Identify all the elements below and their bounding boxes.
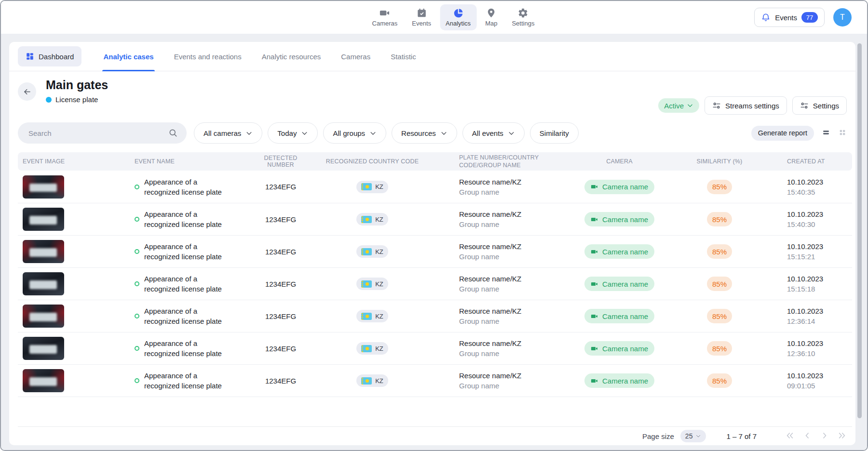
map-pin-icon bbox=[486, 8, 497, 18]
video-camera-icon bbox=[591, 313, 598, 320]
chevron-down-icon bbox=[245, 130, 253, 137]
created-at-cell: 10.10.2023 15:15:21 bbox=[758, 241, 847, 262]
similarity-cell: 85% bbox=[681, 277, 758, 291]
video-camera-icon bbox=[591, 248, 598, 255]
tab-events-and-reactions[interactable]: Events and reactions bbox=[173, 42, 243, 71]
table-row[interactable]: Appearance of a recognized license plate… bbox=[18, 332, 852, 364]
column-header-camera: CAMERA bbox=[558, 158, 681, 165]
similarity-cell: 85% bbox=[681, 244, 758, 259]
search-icon bbox=[168, 128, 178, 138]
filter-all-groups[interactable]: All groups bbox=[323, 122, 386, 144]
filter-all-events[interactable]: All events bbox=[462, 122, 525, 144]
table-row[interactable]: Appearance of a recognized license plate… bbox=[18, 171, 852, 203]
video-camera-icon bbox=[380, 8, 390, 18]
vertical-scrollbar[interactable] bbox=[857, 43, 862, 418]
license-plate-thumbnail[interactable] bbox=[23, 175, 64, 199]
filter-label: All events bbox=[472, 129, 503, 137]
filter-similarity[interactable]: Similarity bbox=[530, 122, 579, 144]
nav-item-events[interactable]: Events bbox=[406, 4, 437, 30]
settings-button[interactable]: Settings bbox=[792, 96, 847, 115]
event-status-ring-icon bbox=[135, 314, 139, 318]
nav-label: Cameras bbox=[372, 20, 398, 27]
next-page-button[interactable] bbox=[819, 431, 830, 441]
list-view-toggle[interactable] bbox=[822, 129, 830, 137]
nav-item-settings[interactable]: Settings bbox=[506, 4, 540, 30]
nav-item-cameras[interactable]: Cameras bbox=[366, 4, 404, 30]
similarity-badge: 85% bbox=[707, 244, 732, 259]
created-at-cell: 10.10.2023 09:01:05 bbox=[758, 371, 847, 391]
license-plate-thumbnail[interactable] bbox=[23, 272, 64, 295]
previous-page-button[interactable] bbox=[802, 431, 813, 441]
chevron-down-icon bbox=[687, 102, 693, 109]
avatar[interactable]: T bbox=[833, 8, 852, 27]
sliders-icon bbox=[800, 101, 809, 110]
tab-analytic-resources[interactable]: Analytic resources bbox=[261, 42, 322, 71]
last-page-button[interactable] bbox=[837, 431, 847, 441]
license-plate-thumbnail[interactable] bbox=[23, 369, 64, 392]
table-row[interactable]: Appearance of a recognized license plate… bbox=[18, 300, 852, 332]
detected-number-cell: 1234EFG bbox=[244, 183, 317, 191]
filter-label: Today bbox=[277, 129, 297, 137]
main-nav: Cameras Events Analytics Map Settings bbox=[366, 3, 541, 32]
settings-label: Settings bbox=[813, 102, 839, 110]
grid-view-toggle[interactable] bbox=[838, 129, 847, 137]
page-size-select[interactable]: 25 bbox=[680, 430, 706, 442]
filter-label: Similarity bbox=[540, 129, 569, 137]
tab-statistic[interactable]: Statistic bbox=[390, 42, 417, 71]
license-plate-thumbnail[interactable] bbox=[23, 305, 64, 328]
table-row[interactable]: Appearance of a recognized license plate… bbox=[18, 267, 852, 300]
camera-chip[interactable]: Camera name bbox=[584, 309, 654, 323]
table-row[interactable]: Appearance of a recognized license plate… bbox=[18, 364, 852, 397]
calendar-check-icon bbox=[416, 8, 427, 18]
camera-chip[interactable]: Camera name bbox=[584, 212, 654, 226]
title-block: Main gates License plate bbox=[46, 78, 108, 122]
status-label: Active bbox=[664, 102, 684, 110]
events-notifications-button[interactable]: Events 77 bbox=[754, 8, 825, 27]
camera-chip[interactable]: Camera name bbox=[584, 373, 654, 388]
similarity-badge: 85% bbox=[707, 309, 732, 323]
table-row[interactable]: Appearance of a recognized license plate… bbox=[18, 235, 852, 267]
back-button[interactable] bbox=[18, 82, 36, 101]
detected-number: 1234EFG bbox=[265, 377, 296, 385]
created-time: 12:36:14 bbox=[787, 316, 847, 326]
video-camera-icon bbox=[591, 377, 598, 385]
created-date: 10.10.2023 bbox=[787, 306, 847, 316]
tab-analytic-cases[interactable]: Analytic cases bbox=[102, 42, 154, 71]
camera-name: Camera name bbox=[602, 215, 648, 224]
license-plate-thumbnail[interactable] bbox=[23, 208, 64, 231]
tab-cameras[interactable]: Cameras bbox=[340, 42, 371, 71]
page-header: Main gates License plate Active S bbox=[18, 71, 847, 122]
table-row[interactable]: Appearance of a recognized license plate… bbox=[18, 203, 852, 235]
camera-name: Camera name bbox=[602, 280, 648, 288]
camera-name: Camera name bbox=[602, 183, 648, 191]
camera-chip[interactable]: Camera name bbox=[584, 180, 654, 194]
column-header-similarity: SIMILARITY (%) bbox=[681, 158, 758, 165]
streams-settings-button[interactable]: Streams settings bbox=[705, 96, 787, 115]
table-body: Appearance of a recognized license plate… bbox=[18, 171, 852, 397]
camera-chip[interactable]: Camera name bbox=[584, 244, 654, 259]
license-plate-thumbnail[interactable] bbox=[23, 240, 64, 263]
license-plate-thumbnail[interactable] bbox=[23, 337, 64, 360]
created-time: 09:01:05 bbox=[787, 381, 847, 391]
country-code: KZ bbox=[375, 183, 383, 190]
nav-item-analytics[interactable]: Analytics bbox=[440, 4, 476, 30]
first-page-button[interactable] bbox=[785, 431, 795, 441]
status-dropdown[interactable]: Active bbox=[658, 98, 699, 113]
country-code-chip: KZ bbox=[356, 213, 388, 226]
generate-report-button[interactable]: Generate report bbox=[751, 126, 814, 141]
created-time: 15:40:30 bbox=[787, 219, 847, 229]
filter-resources[interactable]: Resources bbox=[392, 122, 457, 144]
created-date: 10.10.2023 bbox=[787, 177, 847, 187]
page-size-label: Page size bbox=[642, 432, 674, 440]
filter-date[interactable]: Today bbox=[268, 122, 318, 144]
created-time: 12:36:10 bbox=[787, 348, 847, 358]
camera-chip[interactable]: Camera name bbox=[584, 277, 654, 291]
filter-all-cameras[interactable]: All cameras bbox=[194, 122, 262, 144]
camera-chip[interactable]: Camera name bbox=[584, 341, 654, 356]
event-name-cell: Appearance of a recognized license plate bbox=[124, 306, 244, 326]
bell-icon bbox=[761, 13, 771, 22]
nav-item-map[interactable]: Map bbox=[479, 4, 503, 30]
dashboard-button[interactable]: Dashboard bbox=[18, 46, 81, 66]
search-input[interactable] bbox=[18, 122, 187, 144]
camera-name: Camera name bbox=[602, 312, 648, 320]
